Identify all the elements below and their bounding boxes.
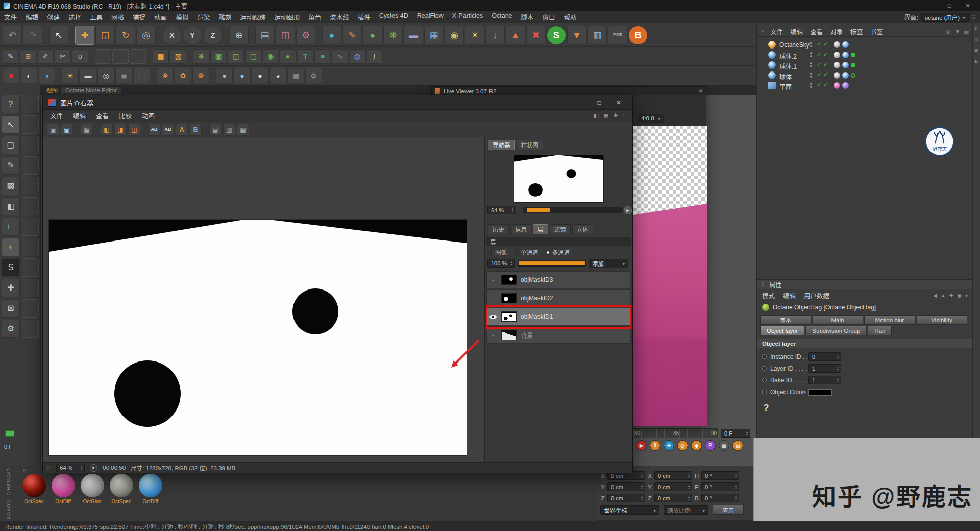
material-item[interactable]: OctDiff bbox=[138, 474, 163, 504]
rotation-field[interactable]: 0 ° bbox=[701, 471, 739, 480]
om-menu-item[interactable]: 文件 bbox=[770, 27, 783, 36]
timeline-ruler[interactable]: 808590 bbox=[633, 428, 718, 438]
menu-item[interactable]: 文件 bbox=[4, 12, 17, 22]
thumb-list-icon[interactable]: ▥ bbox=[223, 124, 235, 136]
spinner-arrows-icon[interactable] bbox=[688, 473, 690, 478]
palette-slot-icon[interactable] bbox=[22, 258, 39, 277]
redo-icon[interactable]: ↷ bbox=[23, 26, 42, 45]
am-target-icon[interactable]: ◉ bbox=[957, 293, 962, 298]
render-check-icon[interactable]: ✓ bbox=[823, 51, 828, 58]
render-settings-icon[interactable]: ⚙ bbox=[296, 26, 315, 45]
spinner-arrows-icon[interactable] bbox=[734, 496, 737, 501]
menu-item[interactable]: 运动跟踪 bbox=[240, 12, 265, 22]
live-viewer-close-button[interactable]: ✕ bbox=[699, 88, 703, 94]
palette-slot-icon[interactable] bbox=[112, 49, 129, 64]
material-preview[interactable] bbox=[22, 474, 46, 497]
navigator-tab[interactable]: 柱状图 bbox=[517, 140, 544, 150]
layer-mode-radio[interactable]: 单通道 bbox=[514, 248, 538, 256]
palette-slot-icon[interactable] bbox=[22, 177, 39, 195]
palette-slot-icon[interactable] bbox=[22, 95, 39, 113]
layer-mode-radio[interactable]: 图像 bbox=[488, 248, 507, 256]
menu-item[interactable]: 工具 bbox=[90, 12, 103, 22]
material-preview[interactable] bbox=[139, 474, 162, 497]
thumb-grid-icon[interactable]: ▤ bbox=[209, 124, 222, 136]
palette-slot-icon[interactable] bbox=[22, 279, 39, 297]
enabled-check-icon[interactable]: ✓ bbox=[817, 61, 821, 68]
pv-menu-item[interactable]: 编辑 bbox=[73, 111, 86, 120]
layer-mode-radio[interactable]: 多通道 bbox=[546, 248, 570, 256]
attribute-tab[interactable]: Main bbox=[812, 315, 863, 325]
spinner-arrows-icon[interactable] bbox=[510, 261, 513, 266]
z-axis-lock-icon[interactable]: Z bbox=[203, 26, 223, 45]
spinner-arrows-icon[interactable] bbox=[511, 208, 514, 213]
undo-icon[interactable]: ↶ bbox=[3, 26, 22, 45]
set-a-icon[interactable]: A bbox=[176, 124, 188, 136]
scale-tool-icon[interactable]: ◲ bbox=[95, 26, 115, 45]
sky-icon[interactable]: ◎ bbox=[97, 68, 114, 83]
attribute-subtab[interactable]: Hair bbox=[868, 326, 892, 335]
thumb-full-icon[interactable]: ▦ bbox=[237, 124, 249, 136]
insydium-icon[interactable]: S bbox=[547, 26, 566, 45]
om-filter-icon[interactable]: ▼ bbox=[955, 29, 960, 34]
object-name[interactable]: 球体.1 bbox=[779, 62, 797, 70]
spinner-arrows-icon[interactable] bbox=[641, 473, 643, 478]
menu-item[interactable]: 创建 bbox=[47, 12, 60, 22]
apply-button[interactable]: 应用 bbox=[713, 505, 744, 515]
am-menu-item[interactable]: 编辑 bbox=[783, 291, 796, 300]
symmetry-icon[interactable]: ◫ bbox=[228, 49, 244, 64]
pv-minimize-button[interactable]: ─ bbox=[571, 97, 589, 108]
texture-mode-icon[interactable]: ▩ bbox=[2, 177, 20, 195]
menu-item[interactable]: 脚本 bbox=[521, 12, 534, 22]
save-as-icon[interactable]: ▣ bbox=[61, 124, 73, 136]
help-icon[interactable]: ? bbox=[2, 95, 20, 113]
enabled-check-icon[interactable]: ✓ bbox=[817, 41, 821, 47]
live-viewer-titlebar[interactable]: Live Viewer 3.07-R2 ✕ bbox=[432, 87, 706, 95]
text-spline-icon[interactable]: T bbox=[297, 49, 313, 64]
material-name[interactable]: OctSpec bbox=[24, 499, 43, 504]
side-panel-tab[interactable]: 层 bbox=[533, 224, 548, 234]
om-menu-item[interactable]: 对象 bbox=[830, 27, 843, 36]
uv-paint-icon[interactable]: ▦ bbox=[153, 49, 169, 64]
dock-panel1-icon[interactable]: ▤ bbox=[974, 37, 978, 42]
spinner-arrows-icon[interactable] bbox=[734, 485, 737, 490]
zoom-step-button[interactable]: ▶ bbox=[624, 206, 632, 214]
rotate-tool-icon[interactable]: ↻ bbox=[116, 26, 135, 45]
xparticles-icon[interactable]: ✖ bbox=[526, 26, 546, 45]
om-search-icon[interactable]: ◎ bbox=[946, 29, 951, 34]
shader-ball-reflect-icon[interactable]: ◕ bbox=[270, 68, 286, 83]
bodypaint-icon[interactable]: B bbox=[628, 26, 648, 45]
pv-panel-grid-icon[interactable]: ▦ bbox=[603, 112, 608, 119]
menu-item[interactable]: 动画 bbox=[154, 12, 167, 22]
pv-panel-left-icon[interactable]: ◧ bbox=[593, 112, 598, 119]
menu-item[interactable]: RealFlow bbox=[417, 12, 444, 22]
make-editable-icon[interactable]: ✎ bbox=[3, 49, 19, 64]
param-radio-icon[interactable] bbox=[762, 354, 767, 359]
environment-icon[interactable]: ▤ bbox=[133, 68, 150, 83]
tag-icon[interactable] bbox=[842, 41, 849, 48]
current-frame-field[interactable]: 0 F bbox=[721, 429, 750, 438]
size-field[interactable]: 0 cm bbox=[654, 482, 692, 491]
tag-icon[interactable] bbox=[834, 62, 840, 68]
material-name[interactable]: OctGlos bbox=[83, 499, 101, 504]
tag-icon[interactable] bbox=[842, 62, 849, 68]
navigator-thumbnail[interactable] bbox=[514, 155, 604, 203]
am-up-icon[interactable]: ▲ bbox=[941, 293, 946, 298]
side-panel-tab[interactable]: 滤镜 bbox=[550, 224, 571, 234]
volume-icon[interactable]: ◍ bbox=[349, 49, 365, 64]
screen-icon[interactable]: ▥ bbox=[587, 26, 607, 45]
om-menu-item[interactable]: 编辑 bbox=[790, 27, 803, 36]
object-row[interactable]: 球体.1 ✓ ✓ bbox=[757, 60, 973, 70]
render-check-icon[interactable]: ✓ bbox=[823, 41, 828, 47]
am-back-icon[interactable]: ◀ bbox=[933, 293, 937, 298]
visibility-toggle-dots[interactable] bbox=[810, 52, 812, 57]
param-value-field[interactable]: 1 bbox=[808, 364, 841, 373]
menu-item[interactable]: 网格 bbox=[111, 12, 124, 22]
material-preview[interactable] bbox=[81, 474, 104, 497]
attribute-tab[interactable]: 基本 bbox=[760, 315, 811, 325]
visibility-toggle-dots[interactable] bbox=[810, 62, 812, 67]
mograph-icon[interactable]: ❋ bbox=[383, 26, 403, 45]
octane-restart-icon[interactable]: ▶ bbox=[636, 440, 647, 451]
spinner-arrows-icon[interactable] bbox=[746, 431, 748, 436]
interface-select[interactable]: octane (用户) bbox=[921, 13, 969, 22]
object-name[interactable]: 球体.2 bbox=[779, 52, 797, 60]
